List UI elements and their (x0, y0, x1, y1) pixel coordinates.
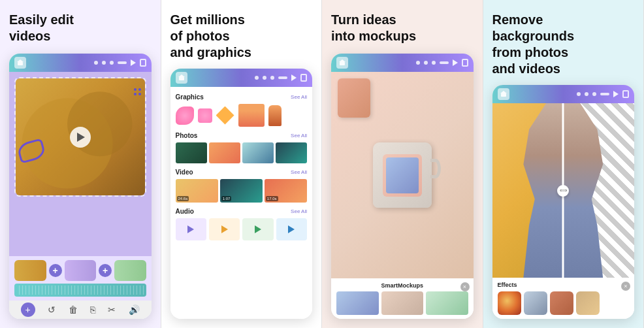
top-icons-2 (255, 74, 307, 82)
panel-1-title: Easily edit videos (9, 12, 152, 46)
effect-thumb-2[interactable] (524, 291, 547, 315)
audio-track[interactable] (14, 284, 146, 297)
copy-icon[interactable]: ⎘ (90, 304, 95, 315)
effect-thumb-1[interactable] (498, 291, 521, 315)
audio-see-all[interactable]: See All (291, 208, 307, 214)
panel-edit-videos: Easily edit videos (0, 0, 161, 328)
video-clip-1[interactable] (14, 260, 46, 281)
phone-top-bar-4 (492, 85, 635, 103)
effect-thumb-4[interactable] (576, 291, 600, 315)
phone-mockup-3: × SmartMockups (331, 54, 474, 319)
audio-item-4[interactable] (276, 218, 307, 240)
effect-thumb-3[interactable] (550, 291, 573, 315)
graphics-label: Graphics (176, 93, 204, 101)
top-icons-3 (416, 59, 468, 67)
mockup-thumb-2[interactable] (381, 291, 424, 315)
mockup-background (331, 72, 474, 278)
photos-see-all[interactable]: See All (291, 133, 307, 139)
svg-rect-4 (340, 62, 345, 65)
delete-icon[interactable]: 🗑 (69, 304, 78, 315)
timeline-area: + + (9, 256, 152, 301)
photos-label: Photos (176, 132, 198, 139)
undo-icon[interactable]: ↺ (48, 304, 56, 315)
graphic-item-lamp[interactable] (268, 105, 282, 126)
video-item-3[interactable]: 17.0s (265, 179, 307, 203)
graphic-item-1[interactable] (176, 107, 194, 125)
close-button[interactable]: × (460, 282, 470, 291)
share-icon (622, 90, 629, 98)
svg-marker-5 (339, 59, 346, 62)
dot-icon (577, 92, 581, 96)
effects-close-button[interactable]: × (621, 282, 630, 291)
bar-chart-icon (440, 61, 449, 64)
bar-chart-icon (118, 61, 127, 64)
mockup-thumbnails (336, 291, 468, 315)
share-icon (300, 74, 307, 82)
audio-icon[interactable]: 🔊 (129, 304, 140, 315)
effects-label: Effects (498, 282, 517, 288)
share-icon (140, 59, 146, 67)
graphics-see-all[interactable]: See All (291, 94, 307, 100)
play-button[interactable] (70, 127, 91, 148)
phone-content-3 (331, 72, 474, 278)
video-duration-3: 17.0s (266, 196, 278, 201)
video-see-all[interactable]: See All (291, 169, 307, 175)
graphic-item-2[interactable] (198, 108, 212, 123)
videos-grid: 24.6s 1:07 17.0s (176, 179, 308, 203)
dot-icon (255, 76, 259, 80)
mug-handle (430, 159, 441, 178)
svg-rect-6 (501, 93, 506, 97)
svg-rect-2 (179, 77, 184, 80)
svg-rect-0 (18, 62, 23, 65)
video-clip-3[interactable] (114, 260, 146, 281)
effects-title-row: Effects (498, 282, 630, 288)
mug-design-inner (386, 157, 419, 193)
dot-icon (263, 76, 266, 80)
phone-content-1 (9, 72, 152, 256)
audio-item-2[interactable] (209, 218, 240, 240)
svg-marker-3 (178, 74, 185, 77)
doodle-dots-decoration (134, 88, 141, 95)
dot-icon (270, 76, 274, 80)
panel-3-title: Turn ideas into mockups (331, 12, 474, 46)
photos-section-header: Photos See All (176, 132, 308, 139)
scissors-icon[interactable]: ✂ (108, 304, 116, 315)
video-frame (14, 77, 146, 197)
audio-section-header: Audio See All (176, 208, 308, 215)
video-item-2[interactable]: 1:07 (220, 179, 263, 203)
mockup-thumb-3[interactable] (426, 291, 468, 315)
top-icons-4 (577, 90, 629, 98)
add-button[interactable]: + (21, 303, 35, 317)
divider-handle[interactable]: ⟺ (557, 185, 569, 197)
graphic-item-women[interactable] (238, 104, 265, 127)
phone-top-bar-1 (9, 54, 152, 72)
video-section-header: Video See All (176, 169, 308, 176)
video-duration-1: 24.6s (177, 196, 189, 201)
dot-icon (110, 61, 114, 65)
photo-item-3[interactable] (242, 142, 274, 163)
dot-icon (416, 61, 420, 65)
audio-item-1[interactable] (176, 218, 206, 240)
mug-mockup (373, 142, 432, 208)
video-item-1[interactable]: 24.6s (176, 179, 218, 203)
effects-thumbnails (498, 291, 630, 315)
bar-chart-icon (278, 76, 287, 79)
home-icon-3 (336, 57, 348, 69)
mockup-thumb-1[interactable] (336, 291, 379, 315)
audio-play-icon-4 (288, 225, 295, 233)
home-icon-4 (498, 88, 509, 100)
home-icon-2 (176, 72, 187, 84)
add-clip-button-2[interactable]: + (99, 264, 112, 277)
graphic-item-3[interactable] (216, 107, 234, 125)
overlay-card (338, 78, 370, 118)
phone-mockup-2: Graphics See All Photos See All (170, 69, 313, 319)
video-clip-2[interactable] (65, 260, 97, 281)
photo-item-1[interactable] (176, 142, 207, 163)
phone-mockup-1: + + + ↺ 🗑 ⎘ ✂ 🔊 (9, 54, 152, 319)
smartmockups-label: SmartMockups (336, 282, 468, 289)
photo-item-2[interactable] (209, 142, 240, 163)
audio-item-3[interactable] (242, 218, 273, 240)
photo-item-4[interactable] (276, 142, 307, 163)
video-label: Video (176, 169, 193, 176)
add-clip-button[interactable]: + (49, 264, 62, 277)
